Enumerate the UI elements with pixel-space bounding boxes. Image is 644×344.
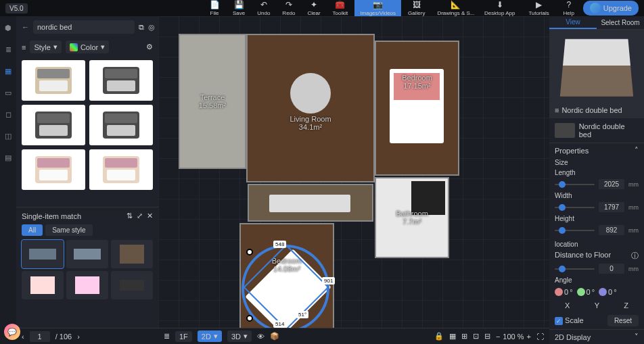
rotate-handle[interactable]	[246, 315, 253, 322]
match-tab-same[interactable]: Same style	[45, 224, 92, 236]
list-icon[interactable]: ≡	[22, 43, 26, 51]
room-living[interactable]: Living Room34.1m²	[246, 34, 375, 182]
axis-x-icon[interactable]	[555, 288, 563, 296]
match-item[interactable]	[66, 271, 108, 299]
tool-clear[interactable]: ✦Clear	[302, 0, 325, 18]
room-bedroom-2[interactable]: Bedroom14.08m²	[239, 223, 334, 341]
page-next-icon[interactable]: ›	[77, 333, 80, 341]
room-kitchen[interactable]	[248, 184, 373, 222]
sort-icon[interactable]: ⇅	[127, 212, 133, 220]
match-item[interactable]	[111, 271, 153, 299]
grid-icon[interactable]: ▦	[449, 332, 456, 341]
camera-icon[interactable]: ⧉	[139, 23, 144, 32]
expand-icon[interactable]: ⤢	[137, 212, 143, 220]
home-icon[interactable]: ⬢	[2, 22, 14, 34]
height-slider[interactable]	[555, 230, 595, 231]
scale-checkbox[interactable]: ✓ Scale	[555, 316, 584, 325]
page-input[interactable]	[30, 331, 50, 342]
floor-select[interactable]: 1F	[175, 331, 192, 342]
catalog-item[interactable]	[89, 149, 153, 190]
tool-drawings[interactable]: 📐Drawings & S...	[432, 0, 480, 18]
catalog-item[interactable]	[89, 105, 153, 145]
tool-gallery[interactable]: 🖼Gallery	[402, 0, 430, 18]
width-label: Width	[549, 191, 644, 201]
target-icon[interactable]: ⊡	[473, 332, 479, 341]
tool-help[interactable]: ?Help	[557, 0, 580, 18]
tool-redo[interactable]: ↷Redo	[277, 0, 300, 18]
distance-input[interactable]	[599, 264, 624, 274]
properties-section[interactable]: Properties˄	[549, 143, 644, 157]
tool-save[interactable]: 💾Save	[227, 0, 250, 18]
width-input[interactable]	[599, 202, 624, 212]
length-input[interactable]	[599, 179, 624, 189]
pager: ‹ / 106 ›	[16, 328, 158, 344]
page-prev-icon[interactable]: ‹	[22, 333, 24, 341]
room-bedroom-1[interactable]: Bedroom17.15m²	[375, 41, 459, 176]
rotate-handle[interactable]	[246, 249, 253, 255]
match-item[interactable]	[66, 240, 108, 268]
close-icon[interactable]: ✕	[147, 212, 153, 220]
room-terrace[interactable]: Terrace15.58m²	[179, 34, 246, 169]
axis-z-icon[interactable]	[599, 288, 607, 296]
match-tab-all[interactable]: All	[22, 224, 43, 236]
tab-view[interactable]: View	[549, 16, 597, 29]
size-title: Size	[549, 157, 644, 168]
tool-file[interactable]: 📄File	[203, 0, 226, 18]
catalog-item[interactable]	[89, 60, 153, 101]
match-item[interactable]	[22, 240, 64, 268]
height-input[interactable]	[599, 225, 624, 235]
room-icon[interactable]: ◻	[2, 108, 14, 120]
color-filter[interactable]: Color▾	[66, 41, 109, 53]
width-slider[interactable]	[555, 207, 595, 208]
ruler-icon[interactable]: ⊟	[484, 332, 490, 341]
upgrade-label: Upgrade	[603, 4, 632, 12]
catalog-item[interactable]	[22, 105, 85, 145]
undo-icon: ↶	[259, 0, 269, 9]
zoom-in-icon[interactable]: +	[527, 333, 531, 341]
layers-icon[interactable]: ≣	[164, 332, 170, 341]
preview-3d[interactable]	[549, 30, 644, 102]
layers-icon[interactable]: ≣	[2, 43, 14, 55]
texture-icon[interactable]: ◫	[2, 130, 14, 142]
tab-select-room[interactable]: Select Room	[597, 16, 644, 29]
axis-y-icon[interactable]	[577, 288, 585, 296]
wall-icon[interactable]: ▭	[2, 87, 14, 99]
tool-tutorials[interactable]: ▶Tutorials	[523, 0, 554, 18]
tool-undo[interactable]: ↶Undo	[252, 0, 275, 18]
lock-icon[interactable]: 🔒	[434, 332, 444, 341]
match-item[interactable]	[111, 240, 153, 268]
display-2d-section[interactable]: 2D Display˅	[549, 329, 644, 344]
distance-label: Distance to Floor ⓘ	[549, 249, 644, 262]
room-bathroom[interactable]: Bathroom7.7m²	[375, 177, 449, 258]
settings-icon[interactable]: ⚙	[146, 43, 153, 51]
mode-3d[interactable]: 3D ▾	[227, 330, 252, 342]
zoom-out-icon[interactable]: −	[496, 333, 500, 341]
furniture-icon[interactable]: ▦	[2, 65, 14, 77]
tool-desktop[interactable]: ⬇Desktop App	[479, 0, 520, 18]
tool-images[interactable]: 📷Images/Videos	[354, 0, 401, 18]
back-icon[interactable]: ←	[22, 23, 29, 31]
tool-toolkit[interactable]: 🧰Toolkit	[327, 0, 354, 18]
style-filter[interactable]: Style▾	[30, 41, 61, 53]
eye-icon[interactable]: 👁	[257, 333, 264, 341]
location-title: location	[549, 239, 644, 249]
snap-icon[interactable]: ⊞	[461, 332, 467, 341]
fullscreen-icon[interactable]: ⛶	[536, 333, 544, 341]
catalog-item[interactable]	[22, 60, 85, 101]
distance-slider[interactable]	[555, 268, 595, 270]
tutorials-icon: ▶	[534, 0, 544, 9]
bottom-bar: ≣ 1F 2D ▾ 3D ▾ 👁 📦 🔒 ▦ ⊞ ⊡ ⊟ − 100 % + ⛶	[158, 328, 549, 344]
upgrade-button[interactable]: Upgrade	[583, 1, 639, 16]
canvas[interactable]: Terrace15.58m² Living Room34.1m² Bedroom…	[158, 16, 549, 328]
assets-icon[interactable]: ▤	[2, 151, 14, 164]
length-slider[interactable]	[555, 184, 595, 185]
scan-icon[interactable]: ◎	[148, 23, 155, 32]
search-input[interactable]	[33, 20, 135, 34]
mode-2d[interactable]: 2D ▾	[198, 330, 222, 342]
chat-button[interactable]: 💬	[4, 324, 20, 340]
catalog-item[interactable]	[22, 149, 85, 190]
box-icon[interactable]: 📦	[270, 332, 279, 341]
drawings-icon: 📐	[451, 0, 461, 9]
match-item[interactable]	[22, 271, 64, 299]
reset-button[interactable]: Reset	[607, 315, 639, 326]
